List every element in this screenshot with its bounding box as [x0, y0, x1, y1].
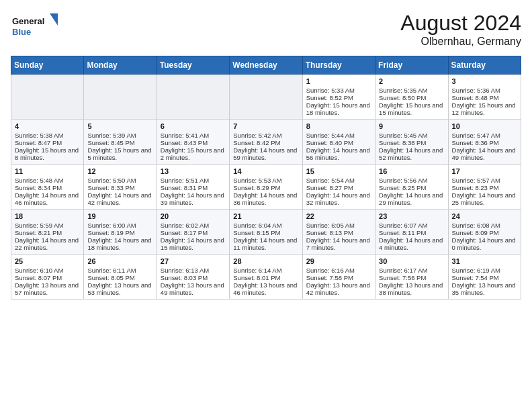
calendar-table: SundayMondayTuesdayWednesdayThursdayFrid… [11, 56, 521, 300]
cell-text: Daylight: 15 hours and 15 minutes. [379, 101, 444, 116]
calendar-cell: 3Sunrise: 5:36 AMSunset: 8:48 PMDaylight… [448, 75, 521, 120]
calendar-cell: 30Sunrise: 6:17 AMSunset: 7:56 PMDayligh… [375, 255, 448, 300]
calendar-cell: 15Sunrise: 5:54 AMSunset: 8:27 PMDayligh… [302, 165, 375, 210]
calendar-cell: 13Sunrise: 5:51 AMSunset: 8:31 PMDayligh… [157, 165, 229, 210]
month-year: August 2024 [400, 11, 521, 36]
calendar-cell: 31Sunrise: 6:19 AMSunset: 7:54 PMDayligh… [448, 255, 521, 300]
cell-text: Sunset: 8:01 PM [233, 274, 298, 281]
cell-text: Sunset: 8:03 PM [161, 274, 226, 281]
cell-text: Daylight: 14 hours and 15 minutes. [161, 236, 226, 251]
calendar-cell: 23Sunrise: 6:07 AMSunset: 8:11 PMDayligh… [375, 210, 448, 255]
day-header-sunday: Sunday [11, 56, 84, 75]
day-header-thursday: Thursday [302, 56, 375, 75]
cell-text: Sunrise: 6:07 AM [379, 222, 444, 229]
cell-text: Daylight: 14 hours and 39 minutes. [161, 191, 226, 206]
calendar-header-row: SundayMondayTuesdayWednesdayThursdayFrid… [11, 56, 521, 75]
cell-text: Sunrise: 5:45 AM [379, 132, 444, 139]
calendar-cell: 9Sunrise: 5:45 AMSunset: 8:38 PMDaylight… [375, 120, 448, 165]
cell-text: Daylight: 13 hours and 38 minutes. [379, 281, 444, 296]
cell-text: Daylight: 14 hours and 36 minutes. [233, 191, 298, 206]
calendar-cell: 6Sunrise: 5:41 AMSunset: 8:43 PMDaylight… [157, 120, 229, 165]
cell-text: Sunrise: 5:38 AM [15, 132, 80, 139]
calendar-cell: 2Sunrise: 5:35 AMSunset: 8:50 PMDaylight… [375, 75, 448, 120]
cell-text: Sunrise: 6:17 AM [379, 267, 444, 274]
cell-text: Daylight: 14 hours and 49 minutes. [452, 146, 517, 161]
calendar-cell: 22Sunrise: 6:05 AMSunset: 8:13 PMDayligh… [302, 210, 375, 255]
day-number: 15 [306, 167, 371, 175]
svg-text:Blue: Blue [12, 27, 31, 37]
day-number: 20 [161, 212, 226, 220]
cell-text: Sunset: 8:11 PM [379, 229, 444, 236]
cell-text: Sunset: 8:36 PM [452, 139, 517, 146]
cell-text: Sunrise: 5:35 AM [379, 87, 444, 94]
calendar-cell: 27Sunrise: 6:13 AMSunset: 8:03 PMDayligh… [157, 255, 229, 300]
cell-text: Sunrise: 6:13 AM [161, 267, 226, 274]
cell-text: Sunset: 8:13 PM [306, 229, 371, 236]
day-number: 8 [306, 122, 371, 130]
logo: General Blue [11, 11, 58, 41]
day-number: 17 [452, 167, 517, 175]
calendar-cell [157, 75, 229, 120]
calendar-cell: 17Sunrise: 5:57 AMSunset: 8:23 PMDayligh… [448, 165, 521, 210]
day-number: 11 [15, 167, 80, 175]
calendar-cell [230, 75, 302, 120]
calendar-cell: 8Sunrise: 5:44 AMSunset: 8:40 PMDaylight… [302, 120, 375, 165]
day-number: 2 [379, 77, 444, 85]
cell-text: Sunset: 8:52 PM [306, 94, 371, 101]
day-number: 27 [161, 257, 226, 265]
day-number: 6 [161, 122, 226, 130]
calendar-week-5: 25Sunrise: 6:10 AMSunset: 8:07 PMDayligh… [11, 255, 521, 300]
cell-text: Daylight: 13 hours and 46 minutes. [233, 281, 298, 296]
day-number: 26 [87, 257, 152, 265]
day-header-wednesday: Wednesday [230, 56, 302, 75]
title-block: August 2024 Olbernhau, Germany [400, 11, 521, 48]
calendar-cell [84, 75, 157, 120]
calendar-cell: 4Sunrise: 5:38 AMSunset: 8:47 PMDaylight… [11, 120, 84, 165]
calendar-cell: 24Sunrise: 6:08 AMSunset: 8:09 PMDayligh… [448, 210, 521, 255]
cell-text: Daylight: 15 hours and 5 minutes. [87, 146, 152, 161]
cell-text: Sunrise: 6:08 AM [452, 222, 517, 229]
day-number: 13 [161, 167, 226, 175]
calendar-cell: 5Sunrise: 5:39 AMSunset: 8:45 PMDaylight… [84, 120, 157, 165]
cell-text: Sunset: 8:50 PM [379, 94, 444, 101]
calendar-week-4: 18Sunrise: 5:59 AMSunset: 8:21 PMDayligh… [11, 210, 521, 255]
day-number: 4 [15, 122, 80, 130]
calendar-cell: 1Sunrise: 5:33 AMSunset: 8:52 PMDaylight… [302, 75, 375, 120]
calendar-week-1: 1Sunrise: 5:33 AMSunset: 8:52 PMDaylight… [11, 75, 521, 120]
cell-text: Sunrise: 6:05 AM [306, 222, 371, 229]
cell-text: Sunrise: 6:19 AM [452, 267, 517, 274]
cell-text: Sunrise: 5:39 AM [87, 132, 152, 139]
cell-text: Sunset: 8:29 PM [233, 184, 298, 191]
cell-text: Sunrise: 5:48 AM [15, 177, 80, 184]
cell-text: Daylight: 15 hours and 2 minutes. [161, 146, 226, 161]
cell-text: Sunset: 8:40 PM [306, 139, 371, 146]
cell-text: Sunset: 8:45 PM [87, 139, 152, 146]
day-number: 21 [233, 212, 298, 220]
cell-text: Sunrise: 5:36 AM [452, 87, 517, 94]
cell-text: Sunrise: 5:42 AM [233, 132, 298, 139]
svg-text:General: General [12, 16, 44, 26]
logo-svg: General Blue [11, 11, 58, 41]
cell-text: Sunrise: 5:56 AM [379, 177, 444, 184]
day-number: 5 [87, 122, 152, 130]
cell-text: Sunrise: 5:41 AM [161, 132, 226, 139]
cell-text: Sunset: 8:17 PM [161, 229, 226, 236]
cell-text: Sunset: 8:15 PM [233, 229, 298, 236]
cell-text: Daylight: 14 hours and 25 minutes. [452, 191, 517, 206]
cell-text: Sunrise: 5:53 AM [233, 177, 298, 184]
day-number: 1 [306, 77, 371, 85]
cell-text: Sunrise: 6:11 AM [87, 267, 152, 274]
cell-text: Sunset: 8:47 PM [15, 139, 80, 146]
calendar-cell [11, 75, 84, 120]
day-number: 14 [233, 167, 298, 175]
day-number: 30 [379, 257, 444, 265]
cell-text: Sunrise: 5:33 AM [306, 87, 371, 94]
calendar-cell: 12Sunrise: 5:50 AMSunset: 8:33 PMDayligh… [84, 165, 157, 210]
cell-text: Sunset: 8:42 PM [233, 139, 298, 146]
day-number: 22 [306, 212, 371, 220]
cell-text: Sunset: 8:05 PM [87, 274, 152, 281]
calendar-cell: 25Sunrise: 6:10 AMSunset: 8:07 PMDayligh… [11, 255, 84, 300]
cell-text: Daylight: 14 hours and 7 minutes. [306, 236, 371, 251]
day-number: 3 [452, 77, 517, 85]
cell-text: Sunrise: 6:02 AM [161, 222, 226, 229]
